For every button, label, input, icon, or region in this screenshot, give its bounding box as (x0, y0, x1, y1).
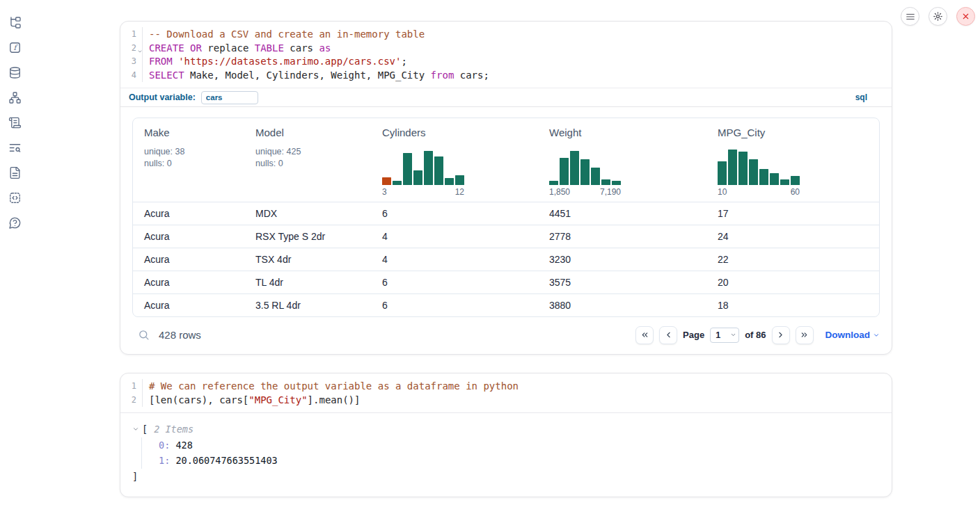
tree-close-bracket: ] (132, 469, 880, 485)
line-number: 2 (120, 42, 142, 56)
last-page-button[interactable] (796, 326, 814, 344)
page-select[interactable]: 1 (710, 328, 739, 343)
database-icon (8, 66, 22, 79)
line-number: 3 (120, 55, 142, 69)
prev-page-button[interactable] (659, 326, 677, 344)
sidebar-item-scratchpad[interactable] (7, 116, 22, 129)
download-button[interactable]: Download (825, 330, 880, 340)
file-tree-icon (8, 16, 22, 29)
tree-entry: 0: 428 (159, 437, 880, 453)
table-cell: MDX (244, 208, 371, 219)
table-row: Acura TL 4dr 6 3575 20 (133, 271, 879, 293)
table-cell: Acura (133, 254, 244, 265)
function-icon: f (8, 41, 22, 54)
topbar-actions (901, 7, 975, 26)
data-table: Make unique: 38 nulls: 0 Model unique: 4… (132, 118, 880, 317)
menu-button[interactable] (901, 7, 919, 26)
output-variable-bar: Output variable: sql (120, 88, 892, 107)
page-label: Page (683, 330, 704, 340)
gear-icon (933, 11, 943, 22)
code-line: 1 -- Download a CSV and create an in-mem… (120, 28, 892, 42)
help-bubble-icon (8, 216, 22, 230)
sql-cell: 1 -- Download a CSV and create an in-mem… (120, 21, 892, 355)
python-cell: 1 # We can reference the output variable… (120, 373, 892, 497)
code-line: 2 CREATE OR replace TABLE cars as (120, 42, 892, 56)
python-cell-output: [ 2 Items 0: 428 1: 20.060747663551403 ] (120, 413, 892, 497)
line-number: 1 (120, 380, 142, 394)
table-cell: 6 (371, 277, 538, 288)
chevrons-left-icon (640, 330, 649, 339)
sidebar-item-snippets[interactable] (7, 191, 22, 204)
table-footer: 428 rows Page 1 (132, 325, 880, 344)
sidebar-item-dependencies[interactable] (7, 91, 22, 104)
sidebar-item-logs[interactable] (7, 141, 22, 154)
table-row: Acura 3.5 RL 4dr 6 3880 18 (133, 293, 879, 316)
weight-histogram (549, 149, 621, 185)
text-search-icon (8, 141, 22, 154)
python-editor[interactable]: 1 # We can reference the output variable… (120, 373, 892, 413)
column-header-model[interactable]: Model unique: 425 nulls: 0 (244, 118, 371, 202)
line-number: 2 (120, 394, 142, 408)
column-header-mpg-city[interactable]: MPG_City 10 60 (706, 118, 879, 202)
column-header-cylinders[interactable]: Cylinders 3 12 (371, 118, 538, 202)
table-cell: Acura (133, 208, 244, 219)
settings-button[interactable] (928, 7, 947, 26)
page-total-label: of 86 (745, 330, 766, 340)
table-cell: 3230 (538, 254, 706, 265)
table-search-button[interactable] (138, 329, 150, 341)
first-page-button[interactable] (635, 326, 654, 344)
output-variable-input[interactable] (201, 91, 258, 104)
column-stat-unique: unique: 425 (255, 146, 360, 158)
code-line: 2 [len(cars), cars["MPG_City"].mean()] (120, 394, 892, 408)
table-cell: 24 (706, 231, 879, 242)
document-icon (8, 166, 22, 179)
column-header-weight[interactable]: Weight 1,850 7,190 (538, 118, 706, 202)
table-header-row: Make unique: 38 nulls: 0 Model unique: 4… (133, 118, 879, 202)
column-stat-nulls: nulls: 0 (255, 158, 360, 170)
code-line: 3 FROM 'https://datasets.marimo.app/cars… (120, 55, 892, 69)
chevron-right-icon (776, 330, 785, 339)
sidebar-item-documentation[interactable] (7, 166, 22, 179)
column-header-make[interactable]: Make unique: 38 nulls: 0 (133, 118, 244, 202)
scroll-icon (8, 116, 22, 129)
table-cell: 4451 (538, 208, 706, 219)
dependency-graph-icon (8, 91, 22, 104)
code-text: CREATE OR replace TABLE cars as (142, 42, 331, 56)
sidebar-item-datasources[interactable] (7, 66, 22, 79)
code-text: [len(cars), cars["MPG_City"].mean()] (142, 394, 360, 408)
sidebar-item-functions[interactable]: f (7, 41, 22, 54)
sql-editor[interactable]: 1 -- Download a CSV and create an in-mem… (120, 22, 892, 88)
table-cell: 3575 (538, 277, 706, 288)
table-cell: Acura (133, 231, 244, 242)
line-number: 1 (120, 28, 142, 42)
tree-entry-value: 20.060747663551403 (175, 455, 277, 466)
line-number: 4 (120, 69, 142, 83)
table-cell: 2778 (538, 231, 706, 242)
table-row: Acura RSX Type S 2dr 4 2778 24 (133, 225, 879, 248)
chevron-down-icon (132, 426, 139, 433)
sidebar-item-file-explorer[interactable] (7, 16, 22, 29)
table-cell: 4 (371, 254, 538, 265)
svg-text:f: f (13, 43, 18, 51)
table-cell: 6 (371, 300, 538, 311)
table-row: Acura MDX 6 4451 17 (133, 202, 879, 225)
table-cell: Acura (133, 277, 244, 288)
table-cell: 6 (371, 208, 538, 219)
tree-open-bracket: [ (142, 421, 148, 437)
table-cell: 17 (706, 208, 879, 219)
sidebar: f (0, 0, 29, 507)
shutdown-button[interactable] (956, 7, 975, 26)
next-page-button[interactable] (772, 326, 790, 344)
code-line: 1 # We can reference the output variable… (120, 380, 892, 394)
hamburger-icon (906, 12, 915, 22)
sidebar-item-help[interactable] (7, 216, 22, 230)
hist-max-label: 7,190 (600, 187, 621, 197)
hist-min-label: 3 (382, 187, 387, 197)
chevron-down-icon (873, 332, 880, 339)
column-stat-nulls: nulls: 0 (144, 158, 233, 170)
tree-collapse-toggle[interactable] (132, 426, 141, 433)
code-text: FROM 'https://datasets.marimo.app/cars.c… (142, 55, 407, 69)
table-cell: 22 (706, 254, 879, 265)
output-variable-label: Output variable: (129, 92, 196, 102)
tree-entry-key: 1: (159, 455, 170, 466)
